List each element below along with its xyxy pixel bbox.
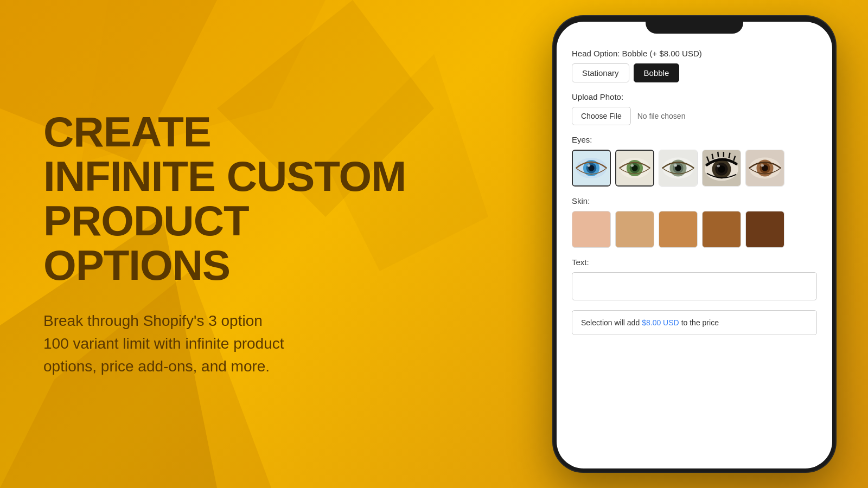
- skin-swatch-5[interactable]: [745, 211, 784, 248]
- eyes-label: Eyes:: [572, 135, 817, 144]
- price-bar-suffix: to the price: [681, 318, 719, 327]
- svg-point-17: [630, 164, 634, 167]
- headline: CREATE INFINITE CUSTOM PRODUCT OPTIONS: [43, 110, 423, 288]
- choose-file-button[interactable]: Choose File: [572, 107, 631, 125]
- text-section: Text:: [572, 258, 817, 300]
- skin-section: Skin:: [572, 196, 817, 248]
- eye-swatch-3[interactable]: [659, 150, 698, 187]
- page-background: CREATE INFINITE CUSTOM PRODUCT OPTIONS B…: [0, 0, 868, 488]
- no-file-text: No file chosen: [637, 112, 686, 120]
- eye-svg-2: [616, 151, 653, 185]
- headline-line1: CREATE: [43, 108, 211, 156]
- head-option-selected-value: Bobble: [622, 49, 648, 58]
- eyes-section: Eyes:: [572, 135, 817, 187]
- headline-line2: INFINITE CUSTOM: [43, 152, 406, 200]
- eye-swatch-4[interactable]: [702, 150, 741, 187]
- upload-row: Choose File No file chosen: [572, 107, 817, 125]
- phone-screen: Head Option: Bobble (+ $8.00 USD) Statio…: [557, 22, 832, 468]
- text-input[interactable]: [572, 272, 817, 300]
- svg-point-29: [717, 165, 720, 168]
- eye-svg-1: [573, 151, 610, 185]
- bobble-button[interactable]: Bobble: [634, 63, 680, 82]
- subtext: Break through Shopify's 3 option100 vari…: [43, 310, 380, 378]
- eye-swatch-5[interactable]: [745, 150, 784, 187]
- screen-content: Head Option: Bobble (+ $8.00 USD) Statio…: [557, 22, 832, 468]
- head-option-buttons: Stationary Bobble: [572, 63, 817, 82]
- head-option-section: Head Option: Bobble (+ $8.00 USD) Statio…: [572, 49, 817, 82]
- head-option-label-text: Head Option:: [572, 49, 620, 58]
- price-bar: Selection will add $8.00 USD to the pric…: [572, 310, 817, 335]
- skin-swatch-4[interactable]: [702, 211, 741, 248]
- eye-svg-5: [746, 150, 784, 186]
- eye-svg-3: [659, 150, 697, 186]
- headline-line3: PRODUCT OPTIONS: [43, 197, 249, 289]
- skin-swatch-row: [572, 211, 817, 248]
- eye-swatch-1[interactable]: [572, 150, 611, 187]
- phone-outer: Head Option: Bobble (+ $8.00 USD) Statio…: [553, 16, 835, 472]
- svg-point-11: [587, 164, 590, 167]
- skin-swatch-1[interactable]: [572, 211, 611, 248]
- phone-mockup: Head Option: Bobble (+ $8.00 USD) Statio…: [553, 16, 835, 472]
- price-bar-prefix: Selection will add: [581, 318, 640, 327]
- skin-swatch-3[interactable]: [659, 211, 698, 248]
- head-option-price: (+ $8.00 USD): [649, 49, 701, 58]
- phone-notch: [646, 16, 743, 34]
- skin-swatch-2[interactable]: [615, 211, 654, 248]
- upload-photo-label: Upload Photo:: [572, 92, 817, 101]
- eye-swatch-2[interactable]: [615, 150, 654, 187]
- upload-photo-section: Upload Photo: Choose File No file chosen: [572, 92, 817, 125]
- eyes-swatch-row: [572, 150, 817, 187]
- svg-point-23: [674, 164, 677, 167]
- svg-point-41: [761, 164, 764, 167]
- left-content: CREATE INFINITE CUSTOM PRODUCT OPTIONS B…: [43, 110, 423, 378]
- eye-svg-4: [703, 150, 741, 186]
- text-label: Text:: [572, 258, 817, 267]
- head-option-label: Head Option: Bobble (+ $8.00 USD): [572, 49, 817, 58]
- stationary-button[interactable]: Stationary: [572, 63, 629, 82]
- svg-line-32: [718, 152, 718, 157]
- skin-label: Skin:: [572, 196, 817, 206]
- price-bar-amount: $8.00 USD: [642, 318, 679, 327]
